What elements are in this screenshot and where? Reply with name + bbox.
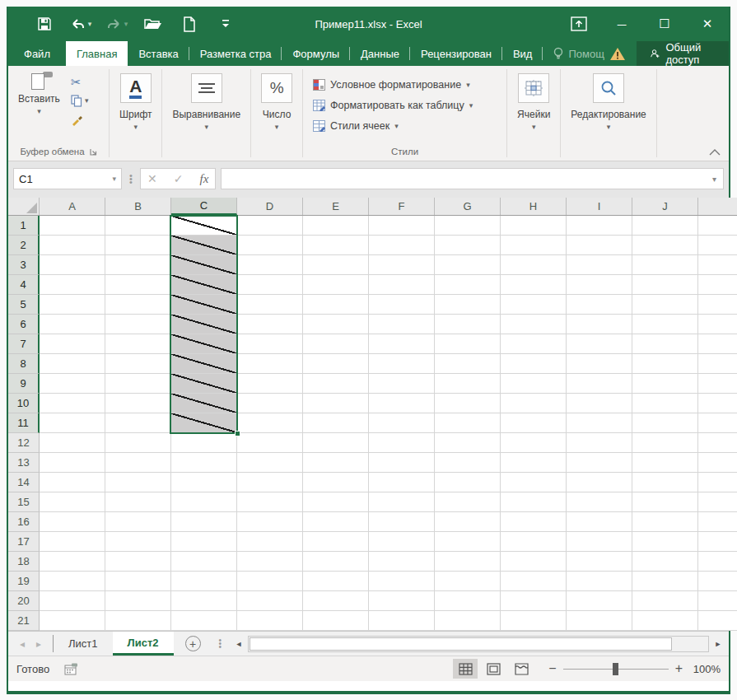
- undo-dropdown-caret[interactable]: ▾: [88, 21, 92, 28]
- cell-I20[interactable]: [567, 591, 632, 611]
- cell-B6[interactable]: [105, 315, 171, 334]
- cell-A9[interactable]: [40, 374, 105, 394]
- cell-J18[interactable]: [632, 552, 698, 572]
- cell-D5[interactable]: [237, 295, 303, 315]
- row-header-6[interactable]: 6: [8, 315, 40, 334]
- cell-B16[interactable]: [105, 512, 171, 532]
- cell-J16[interactable]: [632, 512, 698, 532]
- cell-H20[interactable]: [501, 591, 567, 611]
- cell-D18[interactable]: [237, 552, 303, 572]
- insert-function-icon[interactable]: fx: [199, 172, 208, 186]
- cell-I16[interactable]: [567, 512, 632, 532]
- column-header-B[interactable]: B: [105, 198, 171, 215]
- cell-C4[interactable]: [171, 275, 237, 295]
- cell-A17[interactable]: [40, 532, 105, 552]
- row-header-18[interactable]: 18: [8, 552, 40, 572]
- cell-D2[interactable]: [237, 236, 303, 255]
- row-header-11[interactable]: 11: [8, 413, 40, 433]
- expand-formula-bar-caret[interactable]: ▾: [712, 175, 716, 184]
- cell-H11[interactable]: [501, 413, 567, 433]
- cell-I11[interactable]: [567, 413, 632, 433]
- cell-C15[interactable]: [171, 492, 237, 512]
- column-header-C[interactable]: C: [171, 198, 237, 215]
- cell-E15[interactable]: [303, 492, 369, 512]
- normal-view-button[interactable]: [453, 659, 478, 679]
- copy-button[interactable]: ▾: [68, 93, 91, 109]
- cell-H13[interactable]: [501, 453, 567, 473]
- cell-J12[interactable]: [632, 433, 698, 453]
- cell-D16[interactable]: [237, 512, 303, 532]
- cell-H8[interactable]: [501, 354, 567, 374]
- row-header-17[interactable]: 17: [8, 532, 40, 552]
- cell-B8[interactable]: [105, 354, 171, 374]
- cell-F18[interactable]: [369, 552, 435, 572]
- cell-I19[interactable]: [567, 572, 632, 591]
- cell-J5[interactable]: [632, 295, 698, 315]
- cell-E14[interactable]: [303, 473, 369, 492]
- cell-A4[interactable]: [40, 275, 105, 295]
- cell-A3[interactable]: [40, 255, 105, 275]
- ribbon-display-options-button[interactable]: [557, 7, 600, 41]
- cell-F8[interactable]: [369, 354, 435, 374]
- cell-H19[interactable]: [501, 572, 567, 591]
- horizontal-scrollbar[interactable]: ◄ ►: [228, 632, 729, 656]
- cell-D1[interactable]: [237, 216, 303, 236]
- cell-C12[interactable]: [171, 433, 237, 453]
- formula-bar-splitter[interactable]: •••: [127, 174, 135, 184]
- tab-home[interactable]: Главная: [66, 41, 128, 66]
- cell-B13[interactable]: [105, 453, 171, 473]
- collapse-ribbon-icon[interactable]: [709, 149, 721, 156]
- cell-E20[interactable]: [303, 591, 369, 611]
- tab-view[interactable]: Вид: [502, 41, 543, 66]
- cell-J10[interactable]: [632, 394, 698, 413]
- cell-H17[interactable]: [501, 532, 567, 552]
- open-button[interactable]: [135, 12, 171, 36]
- share-button[interactable]: Общий доступ: [637, 41, 729, 66]
- cell-I3[interactable]: [567, 255, 632, 275]
- cell-A6[interactable]: [40, 315, 105, 334]
- cell-G6[interactable]: [435, 315, 501, 334]
- cell-J17[interactable]: [632, 532, 698, 552]
- cell-I14[interactable]: [567, 473, 632, 492]
- cell-E7[interactable]: [303, 334, 369, 354]
- tab-insert[interactable]: Вставка: [128, 41, 189, 66]
- cell-C9[interactable]: [171, 374, 237, 394]
- cell-J21[interactable]: [632, 611, 698, 631]
- cell-H21[interactable]: [501, 611, 567, 631]
- cell-E6[interactable]: [303, 315, 369, 334]
- cell-I17[interactable]: [567, 532, 632, 552]
- cell-A16[interactable]: [40, 512, 105, 532]
- cell-B3[interactable]: [105, 255, 171, 275]
- cell-G5[interactable]: [435, 295, 501, 315]
- cell-I15[interactable]: [567, 492, 632, 512]
- alignment-group-button[interactable]: Выравнивание ▾: [166, 69, 247, 131]
- name-box-caret[interactable]: ▾: [112, 175, 116, 183]
- cell-H9[interactable]: [501, 374, 567, 394]
- cell-A20[interactable]: [40, 591, 105, 611]
- cell-E8[interactable]: [303, 354, 369, 374]
- cell-A14[interactable]: [40, 473, 105, 492]
- cell-C3[interactable]: [171, 255, 237, 275]
- cell-G11[interactable]: [435, 413, 501, 433]
- row-header-10[interactable]: 10: [8, 394, 40, 413]
- cell-J15[interactable]: [632, 492, 698, 512]
- cell-A1[interactable]: [40, 216, 105, 236]
- cell-A8[interactable]: [40, 354, 105, 374]
- macro-record-button[interactable]: [64, 663, 78, 675]
- cell-A5[interactable]: [40, 295, 105, 315]
- tab-page-layout[interactable]: Разметка стра: [189, 41, 282, 66]
- cell-I18[interactable]: [567, 552, 632, 572]
- row-header-4[interactable]: 4: [8, 275, 40, 295]
- cell-E17[interactable]: [303, 532, 369, 552]
- cell-B12[interactable]: [105, 433, 171, 453]
- cell-G16[interactable]: [435, 512, 501, 532]
- tab-help[interactable]: Помощ: [543, 41, 636, 66]
- cell-B20[interactable]: [105, 591, 171, 611]
- cell-B19[interactable]: [105, 572, 171, 591]
- cell-D9[interactable]: [237, 374, 303, 394]
- row-header-13[interactable]: 13: [8, 453, 40, 473]
- select-all-button[interactable]: [8, 198, 40, 215]
- cell-B5[interactable]: [105, 295, 171, 315]
- cell-H7[interactable]: [501, 334, 567, 354]
- copy-caret[interactable]: ▾: [85, 97, 89, 105]
